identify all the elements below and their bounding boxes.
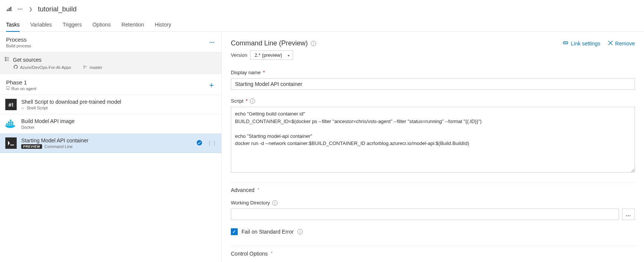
process-header[interactable]: Process Build process ⋯ — [0, 32, 221, 52]
repo-name: Azure/DevOps-For-AI-Apps — [20, 65, 71, 70]
tab-row: Tasks Variables Triggers Options Retenti… — [0, 18, 644, 32]
tab-history[interactable]: History — [155, 18, 171, 32]
script-textarea[interactable]: echo "Getting build container id" BUILD_… — [231, 107, 635, 173]
tab-tasks[interactable]: Tasks — [6, 18, 20, 32]
link-settings-icon — [563, 40, 569, 47]
left-panel: Process Build process ⋯ Get sources Azur… — [0, 32, 222, 262]
link-icon: ▱ — [21, 106, 24, 110]
info-icon[interactable]: i — [311, 41, 316, 46]
breadcrumb: ⋯ ❯ tutorial_build — [0, 0, 644, 18]
advanced-section-toggle[interactable]: Advanced ˄ — [231, 182, 635, 193]
pipeline-icon — [6, 6, 12, 13]
script-label: Script — [231, 98, 243, 104]
svg-rect-8 — [12, 122, 13, 123]
tab-variables[interactable]: Variables — [30, 18, 52, 32]
browse-button[interactable]: … — [622, 209, 635, 220]
svg-rect-1 — [7, 89, 9, 90]
tab-retention[interactable]: Retention — [121, 18, 144, 32]
preview-badge: PREVIEW — [21, 144, 42, 149]
agent-icon — [6, 86, 10, 91]
docker-icon — [5, 118, 17, 129]
svg-rect-4 — [10, 123, 11, 125]
tab-triggers[interactable]: Triggers — [63, 18, 82, 32]
task-row-shell[interactable]: #! Shell Script to download pre-trained … — [0, 95, 221, 114]
task-check-icon — [196, 140, 202, 147]
task-type: Shell Script — [27, 106, 48, 110]
fail-stderr-label: Fail on Standard Error — [241, 229, 294, 235]
chevron-up-icon: ˄ — [257, 188, 260, 193]
phase-row[interactable]: Phase 1 Run on agent ＋ — [0, 74, 221, 95]
breadcrumb-title[interactable]: tutorial_build — [38, 5, 77, 13]
task-type: Command Line — [44, 144, 73, 149]
task-type: Docker — [21, 125, 34, 129]
working-dir-label: Working Directory — [231, 200, 270, 206]
control-options-toggle[interactable]: Control Options ˅ — [231, 246, 635, 257]
required-marker: * — [246, 98, 248, 104]
process-subtitle: Build process — [6, 44, 31, 48]
display-name-label: Display name — [231, 70, 261, 75]
info-icon[interactable]: i — [272, 200, 277, 206]
version-select[interactable]: 2.* (preview) — [250, 50, 293, 60]
version-label: Version — [231, 52, 247, 58]
branch-icon — [83, 65, 87, 70]
branch-name: master — [89, 65, 102, 70]
github-icon — [14, 65, 18, 70]
svg-rect-9 — [10, 120, 11, 121]
breadcrumb-ellipsis[interactable]: ⋯ — [17, 6, 24, 12]
get-sources-row[interactable]: Get sources Azure/DevOps-For-AI-Apps mas… — [0, 52, 221, 74]
add-task-button[interactable]: ＋ — [207, 80, 216, 90]
detail-title: Command Line (Preview) — [231, 39, 308, 47]
process-more-icon[interactable]: ⋯ — [209, 39, 215, 45]
info-icon[interactable]: i — [250, 98, 255, 104]
sources-icon — [4, 56, 10, 63]
svg-rect-2 — [6, 123, 8, 125]
link-settings-button[interactable]: Link settings — [563, 40, 600, 47]
task-title: Build Model API image — [21, 118, 75, 124]
process-title: Process — [6, 36, 31, 43]
close-icon — [608, 41, 613, 47]
phase-subtitle: Run on agent — [6, 86, 36, 91]
drag-handle-icon[interactable]: ⋮⋮ — [207, 140, 217, 146]
task-row-docker[interactable]: Build Model API image Docker — [0, 114, 221, 134]
tab-options[interactable]: Options — [92, 18, 111, 32]
task-title: Starting Model API container — [21, 137, 88, 143]
required-marker: * — [263, 70, 265, 75]
chevron-down-icon: ˅ — [271, 251, 273, 256]
fail-stderr-checkbox[interactable]: ✓ — [231, 228, 238, 235]
task-title: Shell Script to download pre-trained mod… — [21, 99, 121, 105]
remove-button[interactable]: Remove — [608, 40, 635, 47]
terminal-icon — [5, 137, 17, 149]
svg-rect-5 — [12, 123, 13, 125]
svg-rect-3 — [8, 123, 9, 125]
shell-script-icon: #! — [5, 99, 17, 110]
display-name-input[interactable] — [231, 78, 635, 90]
info-icon[interactable]: i — [298, 229, 303, 234]
svg-rect-6 — [8, 122, 9, 123]
breadcrumb-sep: ❯ — [29, 6, 33, 12]
task-row-cmd[interactable]: Starting Model API container PREVIEW Com… — [0, 134, 221, 153]
get-sources-title: Get sources — [13, 57, 41, 63]
right-panel: Command Line (Preview) i Link settings R… — [222, 32, 644, 262]
working-dir-input[interactable] — [231, 209, 619, 220]
svg-rect-7 — [10, 122, 11, 123]
svg-rect-0 — [6, 87, 10, 89]
phase-title: Phase 1 — [6, 79, 36, 86]
